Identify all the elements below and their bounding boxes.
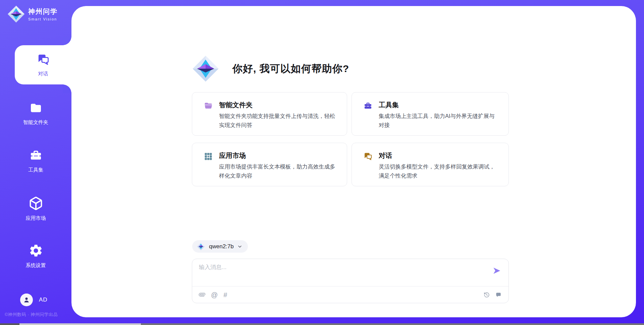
card-body: 应用市场 应用市场提供丰富长文本模板，助力高效生成多样化文章内容: [219, 151, 338, 186]
card-description: 智能文件夹功能支持批量文件上传与清洗，轻松实现文件问答: [219, 112, 338, 129]
send-button[interactable]: [492, 266, 501, 275]
card-body: 工具集 集成市场上主流工具，助力AI与外界无缝扩展与对接: [379, 101, 500, 135]
sidebar-item-label: 智能文件夹: [23, 119, 48, 126]
model-logo-icon: [197, 242, 205, 251]
composer-toolbar-left: @ #: [199, 291, 227, 298]
sidebar-item-label: 工具集: [28, 167, 43, 173]
sidebar-footer-credit: ©神州数码 · 神州问学出品: [5, 312, 72, 318]
at-icon: @: [211, 291, 218, 298]
card-title: 应用市场: [219, 151, 338, 160]
hashtag-icon: #: [223, 291, 227, 298]
hashtag-button[interactable]: #: [223, 291, 227, 298]
gear-icon: [29, 243, 43, 259]
chat-bubble-icon: [495, 291, 502, 298]
greeting-logo-icon: [192, 55, 219, 83]
app-window: 神州问学 Smart Vision 对话 智能文件夹: [0, 0, 644, 325]
message-composer: @ #: [192, 259, 509, 303]
card-toolbox[interactable]: 工具集 集成市场上主流工具，助力AI与外界无缝扩展与对接: [352, 92, 509, 136]
horizontal-scrollbar: [0, 323, 644, 325]
card-smart-folder[interactable]: 智能文件夹 智能文件夹功能支持批量文件上传与清洗，轻松实现文件问答: [192, 92, 347, 136]
user-name: AD: [39, 297, 48, 303]
user-profile[interactable]: AD: [20, 294, 48, 306]
brand-name: 神州问学: [28, 7, 58, 16]
card-title: 工具集: [379, 101, 500, 109]
card-chat[interactable]: 对话 灵活切换多模型文件，支持多样回复效果调试，满足个性化需求: [352, 143, 509, 186]
sidebar-item-app-market[interactable]: 应用市场: [0, 196, 71, 221]
card-description: 应用市场提供丰富长文本模板，助力高效生成多样化文章内容: [219, 162, 338, 180]
chevron-down-icon: [237, 244, 243, 249]
attach-button[interactable]: [199, 291, 205, 298]
history-button[interactable]: [483, 291, 490, 298]
brand: 神州问学 Smart Vision: [7, 5, 58, 23]
brand-text: 神州问学 Smart Vision: [28, 7, 58, 21]
composer-toolbar-right: [483, 291, 502, 298]
folder-icon: [29, 102, 43, 116]
sidebar-item-label: 应用市场: [26, 215, 46, 221]
card-body: 对话 灵活切换多模型文件，支持多样回复效果调试，满足个性化需求: [379, 151, 500, 186]
card-description: 集成市场上主流工具，助力AI与外界无缝扩展与对接: [379, 112, 500, 129]
sidebar-item-toolbox[interactable]: 工具集: [0, 148, 71, 173]
history-icon: [483, 291, 490, 298]
card-title: 对话: [379, 151, 500, 160]
sidebar-item-chat[interactable]: 对话: [15, 45, 71, 84]
model-name: qwen2:7b: [209, 243, 234, 250]
brand-logo-icon: [7, 5, 25, 23]
chat-icon: [36, 53, 50, 68]
person-icon: [22, 296, 31, 304]
composer-toolbar: @ #: [192, 286, 508, 303]
card-app-market[interactable]: 应用市场 应用市场提供丰富长文本模板，助力高效生成多样化文章内容: [192, 143, 347, 186]
paperclip-icon: [198, 290, 207, 299]
greeting-title: 你好, 我可以如何帮助你?: [232, 62, 349, 76]
greeting: 你好, 我可以如何帮助你?: [192, 55, 349, 83]
avatar: [20, 294, 33, 306]
grid-icon: [204, 151, 214, 186]
sidebar-item-smart-folder[interactable]: 智能文件夹: [0, 102, 71, 126]
card-description: 灵活切换多模型文件，支持多样回复效果调试，满足个性化需求: [379, 162, 500, 180]
sidebar-item-settings[interactable]: 系统设置: [0, 243, 71, 269]
card-title: 智能文件夹: [219, 101, 338, 109]
toolbox-icon: [363, 101, 373, 135]
folder-icon: [204, 101, 214, 135]
sidebar: 神州问学 Smart Vision 对话 智能文件夹: [0, 0, 71, 325]
chat-bubble-button[interactable]: [495, 291, 502, 298]
toolbox-icon: [29, 148, 43, 164]
sidebar-item-label: 系统设置: [26, 262, 46, 269]
model-selector[interactable]: qwen2:7b: [192, 240, 248, 253]
brand-subtitle: Smart Vision: [28, 17, 58, 21]
chat-icon: [363, 151, 373, 186]
scrollbar-corner: [0, 323, 19, 325]
message-input[interactable]: [199, 263, 484, 284]
send-icon: [492, 266, 501, 275]
feature-cards: 智能文件夹 智能文件夹功能支持批量文件上传与清洗，轻松实现文件问答 工具集 集成…: [192, 92, 509, 186]
cube-icon: [29, 196, 43, 212]
sidebar-item-label: 对话: [38, 71, 48, 77]
scrollbar-thumb[interactable]: [19, 323, 141, 325]
mention-button[interactable]: @: [211, 291, 218, 298]
card-body: 智能文件夹 智能文件夹功能支持批量文件上传与清洗，轻松实现文件问答: [219, 101, 338, 135]
